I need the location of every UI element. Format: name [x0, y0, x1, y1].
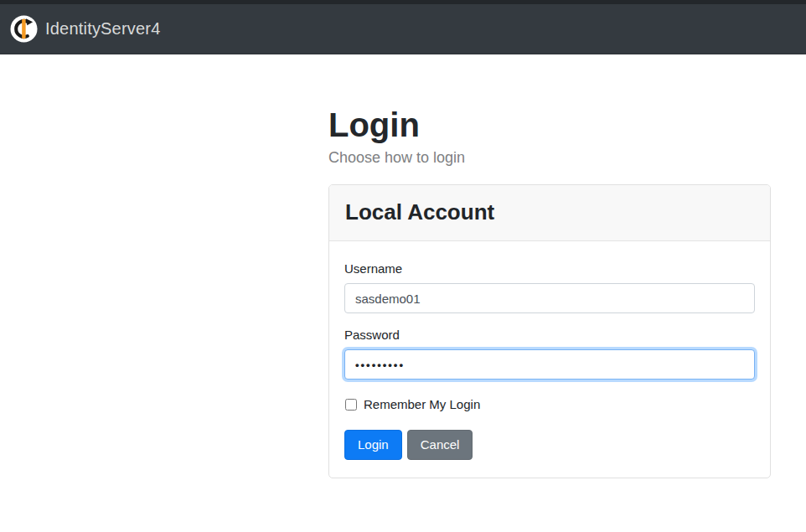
local-account-card: Local Account Username Password Remember… [328, 184, 771, 478]
page-subtitle: Choose how to login [328, 149, 771, 167]
login-page-content: Login Choose how to login Local Account … [328, 106, 771, 478]
navbar-brand[interactable]: IdentityServer4 [10, 15, 161, 43]
password-form-group: Password [344, 328, 755, 380]
identityserver-logo-icon [10, 15, 38, 43]
login-button[interactable]: Login [344, 430, 402, 460]
password-label: Password [344, 328, 755, 342]
navbar: IdentityServer4 [0, 4, 806, 54]
navbar-brand-label: IdentityServer4 [45, 19, 161, 39]
remember-login-row: Remember My Login [344, 397, 755, 411]
remember-label[interactable]: Remember My Login [364, 397, 480, 411]
username-input[interactable] [344, 283, 755, 313]
card-body: Username Password Remember My Login Logi… [329, 241, 770, 478]
cancel-button[interactable]: Cancel [407, 430, 473, 460]
remember-checkbox[interactable] [345, 399, 357, 411]
password-input[interactable] [344, 349, 755, 380]
card-header-title: Local Account [345, 199, 754, 225]
username-form-group: Username [344, 261, 755, 313]
card-header: Local Account [329, 185, 770, 241]
username-label: Username [344, 261, 755, 276]
button-row: Login Cancel [344, 430, 755, 460]
page-title: Login [328, 106, 771, 143]
